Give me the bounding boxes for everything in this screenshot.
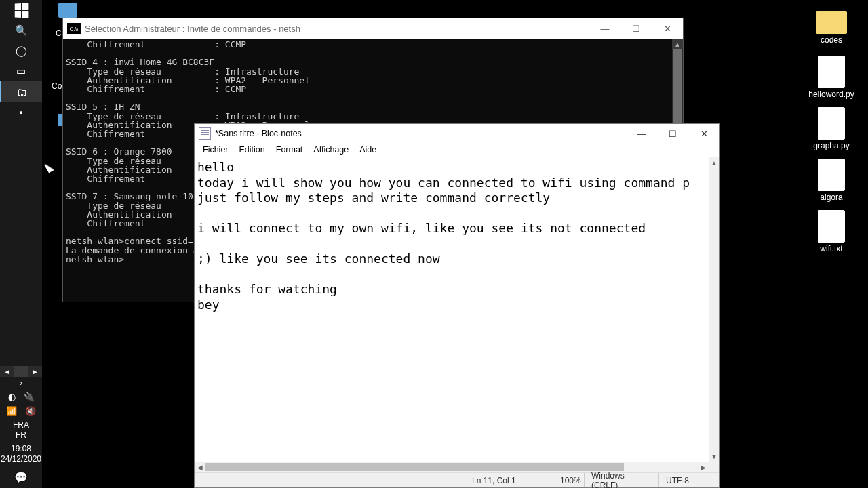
obs-tray-icon[interactable]: ◐ [8, 392, 16, 402]
icon-label: algora [807, 192, 856, 202]
scroll-down-icon[interactable]: ▼ [709, 451, 719, 462]
clock[interactable]: 19:08 24/12/2020 [1, 444, 41, 464]
scroll-thumb[interactable] [205, 463, 624, 471]
desktop-icon-algora[interactable]: algora [807, 159, 856, 202]
lang-secondary: FR [13, 430, 29, 440]
taskview-icon[interactable]: ▭ [0, 61, 42, 81]
notepad-title-text: *Sans titre - Bloc-notes [215, 129, 626, 138]
notepad-titlebar[interactable]: *Sans titre - Bloc-notes — ☐ ✕ [195, 124, 719, 143]
scroll-up-icon[interactable]: ▲ [672, 39, 683, 49]
taskbar-scroll[interactable]: ◄ ► [0, 366, 42, 377]
notepad-content: hello today i will show you how you can … [197, 160, 709, 312]
volume-tray-icon[interactable]: 🔇 [25, 406, 36, 416]
cmd-taskbar-icon[interactable]: ▪ [0, 102, 42, 122]
explorer-icon[interactable]: 🗂 [0, 81, 42, 102]
desktop-icon-codes[interactable]: codes [807, 4, 856, 45]
status-encoding: UTF-8 [658, 473, 719, 487]
scroll-left-icon[interactable]: ◀ [195, 462, 205, 472]
notepad-text-area[interactable]: hello today i will show you how you can … [195, 157, 719, 472]
close-button[interactable]: ✕ [688, 124, 719, 143]
notepad-menubar: Fichier Edition Format Affichage Aide [195, 143, 719, 157]
mouse-cursor [44, 162, 54, 174]
cortana-icon[interactable]: ◯ [0, 41, 42, 61]
notepad-window: *Sans titre - Bloc-notes — ☐ ✕ Fichier E… [194, 123, 720, 488]
scroll-up-icon[interactable]: ▲ [709, 157, 719, 168]
icon-label: codes [807, 35, 856, 45]
minimize-button[interactable]: — [589, 18, 620, 39]
maximize-button[interactable]: ☐ [657, 124, 688, 143]
desktop-icon-wifi[interactable]: wifi.txt [807, 210, 856, 253]
power-tray-icon[interactable]: 🔌 [24, 392, 35, 402]
icon-label: helloword.py [807, 89, 856, 99]
desktop-icon-helloword[interactable]: helloword.py [807, 56, 856, 99]
notepad-statusbar: Ln 11, Col 1 100% Windows (CRLF) UTF-8 [195, 472, 719, 487]
cmd-app-icon: C:\\ [67, 23, 81, 34]
taskbar: 🔍 ◯ ▭ 🗂 ▪ ◄ ► › ◐ 🔌 📶 🔇 FRA FR 19:08 24/… [0, 0, 42, 488]
wifi-tray-icon[interactable]: 📶 [6, 406, 17, 416]
scroll-right-icon[interactable]: ► [28, 366, 42, 377]
language-indicator[interactable]: FRA FR [13, 420, 29, 440]
maximize-button[interactable]: ☐ [620, 18, 652, 39]
status-eol: Windows (CRLF) [584, 473, 658, 487]
date-text: 24/12/2020 [1, 454, 41, 464]
time-text: 19:08 [1, 444, 41, 453]
cmd-titlebar[interactable]: C:\\ Sélection Administrateur : Invite d… [63, 18, 683, 39]
scroll-corner [709, 462, 719, 472]
notepad-app-icon [199, 127, 211, 140]
scroll-right-icon[interactable]: ▶ [698, 462, 709, 472]
icon-label: grapha.py [807, 141, 856, 150]
tray-expand-icon[interactable]: › [0, 377, 42, 389]
start-button[interactable] [0, 0, 42, 20]
menu-affichage[interactable]: Affichage [309, 145, 353, 155]
menu-edition[interactable]: Edition [235, 145, 269, 155]
close-button[interactable]: ✕ [652, 18, 683, 39]
action-center-icon[interactable]: 💬 [0, 466, 42, 488]
menu-fichier[interactable]: Fichier [199, 145, 233, 155]
scroll-left-icon[interactable]: ◄ [0, 366, 14, 377]
icon-label: wifi.txt [807, 244, 856, 253]
search-icon[interactable]: 🔍 [0, 20, 42, 41]
file-icon [818, 159, 845, 191]
notepad-vscrollbar[interactable]: ▲ ▼ [709, 157, 719, 462]
cmd-title-text: Sélection Administrateur : Invite de com… [85, 24, 589, 34]
menu-aide[interactable]: Aide [355, 145, 380, 155]
status-zoom: 100% [553, 473, 584, 487]
desktop-folder-peek[interactable] [58, 3, 77, 18]
minimize-button[interactable]: — [626, 124, 657, 143]
desktop-icon-grapha[interactable]: grapha.py [807, 107, 856, 150]
lang-primary: FRA [13, 420, 29, 430]
status-position: Ln 11, Col 1 [465, 473, 553, 487]
folder-icon [816, 11, 847, 34]
menu-format[interactable]: Format [272, 145, 307, 155]
scroll-thumb[interactable] [14, 366, 28, 377]
file-icon [818, 107, 845, 140]
file-icon [818, 210, 845, 243]
notepad-hscrollbar[interactable]: ◀ ▶ [195, 462, 709, 472]
file-icon [818, 56, 845, 88]
